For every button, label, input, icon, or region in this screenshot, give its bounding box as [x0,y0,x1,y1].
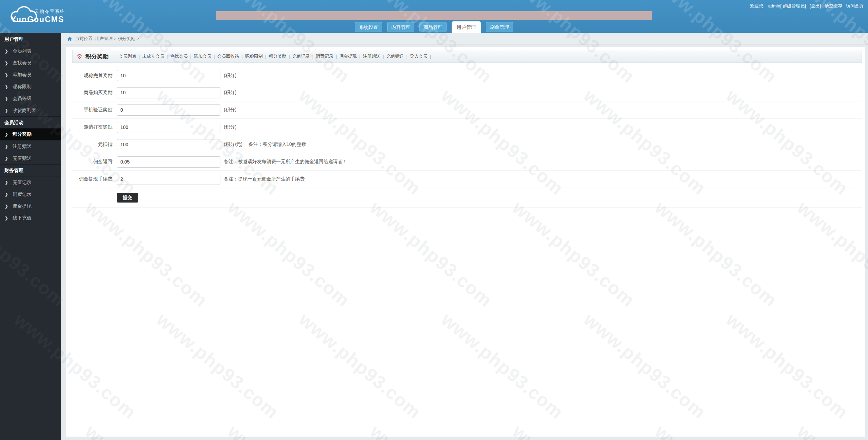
tab-content-management[interactable]: 内容管理 [387,22,414,32]
form-row: 昵称完善奖励: (积分) [72,67,862,84]
visit-home-link[interactable]: 访问首页 [846,3,864,9]
sidebar-item-label: 积分奖励 [13,131,32,137]
sidebar-item-member-list[interactable]: ❯ 会员列表 [0,45,61,57]
sidebar-item-label: 会员等级 [13,96,32,102]
sidebar-item-recharge-gift[interactable]: ❯ 充值赠送 [0,152,61,164]
commission-return-input[interactable] [117,156,220,168]
form-row: 商品购买奖励: (积分) [72,84,862,101]
menu-link-nickname-limit[interactable]: 昵称限制 [245,54,269,59]
sidebar-item-label: 收货商列表 [13,108,36,114]
tab-system-settings[interactable]: 系统设置 [355,22,382,32]
chevron-right-icon: ❯ [5,73,8,77]
tab-product-management[interactable]: 商品管理 [419,22,447,32]
page-title: 积分奖励 [85,53,108,60]
home-icon [67,36,72,41]
tab-order-brush-management[interactable]: 刷单管理 [486,22,513,32]
submit-row: 提交 [72,188,862,208]
logout-link[interactable]: [退出] [810,3,821,9]
username: admin[ 超级管理员] [768,3,806,9]
chevron-right-icon: ❯ [5,144,8,149]
sidebar-item-label: 添加会员 [13,72,32,78]
menu-link-register-gift[interactable]: 注册赠送 [363,54,386,59]
field-label: 邀请好友奖励: [72,124,114,130]
sidebar-item-label: 消费记录 [13,191,32,197]
sidebar: 用户管理 ❯ 会员列表 ❯ 查找会员 ❯ 添加会员 ❯ 昵称限制 ❯ 会员等级 … [0,33,61,440]
gear-icon: ⚙ [77,53,82,60]
commission-withdraw-fee-input[interactable] [117,174,220,185]
form-row: 邀请好友奖励: (积分) [72,119,862,136]
sidebar-item-points-reward[interactable]: ❯ 积分奖励 [0,129,61,140]
content-title-bar: ⚙ 积分奖励 会员列表未成功会员查找会员添加会员会员回收站昵称限制积分奖励充值记… [72,50,862,63]
field-remark: (积分) [224,124,236,130]
field-label: 手机验证奖励: [72,107,114,113]
clear-cache-link[interactable]: 清空缓存 [825,3,842,9]
chevron-right-icon: ❯ [5,192,8,197]
tab-user-management[interactable]: 用户管理 [452,21,481,33]
chevron-right-icon: ❯ [5,84,8,89]
main-area: 当前位置: 用户管理 > 积分奖励 > ⚙ 积分奖励 会员列表未成功会员查找会员… [61,33,868,440]
sidebar-item-member-level[interactable]: ❯ 会员等级 [0,93,61,104]
sidebar-item-label: 查找会员 [13,60,32,66]
sidebar-section-user-management: 用户管理 [0,33,61,45]
chevron-right-icon: ❯ [5,204,8,209]
sidebar-item-offline-recharge[interactable]: ❯ 线下充值 [0,212,61,224]
sidebar-item-consume-records[interactable]: ❯ 消费记录 [0,188,61,200]
sidebar-item-label: 昵称限制 [13,84,32,90]
logo-subtitle: 云购夺宝系统 [35,8,65,15]
top-header: YunGouCMS 云购夺宝系统 欢迎您: admin[ 超级管理员] [退出]… [0,0,868,33]
sidebar-item-commission-withdraw[interactable]: ❯ 佣金提现 [0,200,61,212]
form-row: 一元抵扣: (积分/元) 备注：积分请输入10的整数 [72,136,862,153]
product-purchase-reward-input[interactable] [117,87,220,98]
chevron-right-icon: ❯ [5,49,8,54]
menu-link-import-members[interactable]: 导入会员 [410,54,433,59]
form-row: 佣金提现手续费: 备注：提现一百元佣金所产生的手续费 [72,171,862,188]
menu-link-recharge-gift[interactable]: 充值赠送 [386,54,410,59]
menu-link-consume-records[interactable]: 消费记录 [316,54,339,59]
sidebar-item-label: 注册赠送 [13,144,32,150]
nickname-complete-reward-input[interactable] [117,70,220,81]
field-label: 商品购买奖励: [72,90,114,96]
welcome-label: 欢迎您: [750,3,765,9]
field-remark: (积分/元) 备注：积分请输入10的整数 [224,141,306,148]
content-outer: ⚙ 积分奖励 会员列表未成功会员查找会员添加会员会员回收站昵称限制积分奖励充值记… [61,45,868,440]
breadcrumb-text: 当前位置: 用户管理 > 积分奖励 > [75,36,139,42]
title-menu-links: 会员列表未成功会员查找会员添加会员会员回收站昵称限制积分奖励充值记录消费记录佣金… [119,53,433,59]
sidebar-item-label: 佣金提现 [13,203,32,209]
sidebar-item-label: 线下充值 [13,215,32,221]
sidebar-item-nickname-limit[interactable]: ❯ 昵称限制 [0,81,61,93]
sidebar-item-add-member[interactable]: ❯ 添加会员 [0,69,61,81]
sidebar-item-receiver-list[interactable]: ❯ 收货商列表 [0,104,61,116]
field-remark: (积分) [224,107,236,113]
menu-link-add-member[interactable]: 添加会员 [194,54,217,59]
menu-link-recharge-records[interactable]: 充值记录 [292,54,316,59]
content-panel: ⚙ 积分奖励 会员列表未成功会员查找会员添加会员会员回收站昵称限制积分奖励充值记… [66,47,865,437]
field-remark: (积分) [224,90,236,96]
menu-link-member-recycle-bin[interactable]: 会员回收站 [217,54,245,59]
chevron-right-icon: ❯ [5,216,8,221]
chevron-right-icon: ❯ [5,156,8,161]
menu-link-unsuccessful-members[interactable]: 未成功会员 [142,54,170,59]
menu-link-commission-withdraw[interactable]: 佣金提现 [339,54,363,59]
field-label: 昵称完善奖励: [72,73,114,79]
top-user-links: 欢迎您: admin[ 超级管理员] [退出] 清空缓存 访问首页 [750,3,864,9]
sidebar-item-register-gift[interactable]: ❯ 注册赠送 [0,140,61,152]
menu-link-find-member[interactable]: 查找会员 [170,54,194,59]
invite-friend-reward-input[interactable] [117,122,220,133]
field-label: 佣金返回: [72,159,114,165]
sidebar-section-finance-management: 财务管理 [0,164,61,176]
sidebar-item-label: 会员列表 [13,48,32,54]
chevron-right-icon: ❯ [5,180,8,185]
chevron-right-icon: ❯ [5,96,8,101]
one-yuan-deduction-input[interactable] [117,139,220,150]
form-row: 佣金返回: 备注：被邀请好友每消费一元所产生的佣金返回给邀请者！ [72,153,862,171]
menu-link-member-list[interactable]: 会员列表 [119,54,142,59]
field-remark: (积分) [224,73,236,79]
sidebar-item-find-member[interactable]: ❯ 查找会员 [0,57,61,69]
phone-verify-reward-input[interactable] [117,104,220,116]
field-label: 一元抵扣: [72,141,114,148]
submit-button[interactable]: 提交 [117,193,138,203]
sidebar-item-label: 充值赠送 [13,155,32,161]
menu-link-points-reward[interactable]: 积分奖励 [269,54,292,59]
chevron-right-icon: ❯ [5,61,8,65]
sidebar-item-recharge-records[interactable]: ❯ 充值记录 [0,176,61,188]
